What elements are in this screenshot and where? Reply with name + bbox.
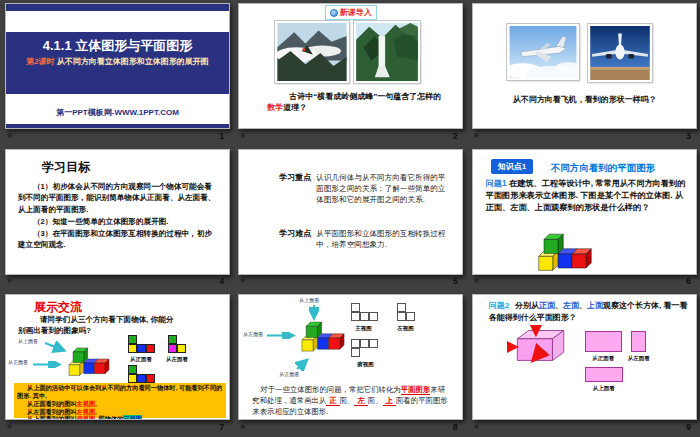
slide-6-thumbnail[interactable]: 知识点1 不同方向看到的平面图形 问题1 在建筑、工程等设计中, 常常用从不同方…: [472, 149, 697, 275]
key-point-label: 学习重点: [279, 172, 311, 206]
top-view-label: 从上面看: [585, 385, 623, 392]
airplane-side-photo: [507, 24, 579, 80]
animation-star-icon[interactable]: ★: [239, 423, 246, 431]
cyan-arrow-left-icon: [266, 332, 298, 339]
problem2-label: 问题2: [489, 301, 509, 310]
left-view-label: 从左面看: [623, 355, 655, 362]
cyan-arrow-top-icon: [309, 304, 319, 322]
problem1-body: 在建筑、工程等设计中, 常常用从不同方向看到的平面图形来表示立体图形. 下图是某…: [486, 179, 686, 213]
slide-4-thumbnail[interactable]: 学习目标 （1）初步体会从不同的方向观察同一个物体可能会看到不同的平面图形，能识…: [5, 149, 230, 275]
airplane-photos: [507, 24, 652, 82]
misty-mountain-photo: [275, 21, 349, 83]
objective-item: （2）知道一些简单的立体图形的展开图.: [18, 216, 219, 228]
cyan-arrow-front-icon: [295, 357, 311, 371]
key-point-row: 学习重点 认识几何体与从不同方向看它所得的平面图形之间的关系；了解一些简单的立体…: [279, 172, 450, 206]
slide-8-thumbnail[interactable]: 从上面看 从左面看 从正面看 主视图 左视图: [238, 294, 463, 420]
summary-line-top: 从上面看到的图叫俯视图. 即物体的三视图.: [17, 415, 223, 420]
front-view-label: 从正面看: [585, 355, 622, 362]
slide-number: 9: [686, 422, 691, 432]
slide-number: 6: [686, 276, 691, 286]
summary-line-left: 从左面看到的图叫左视图,: [17, 408, 223, 416]
slide-3-thumbnail[interactable]: 从不同方向看飞机，看到的形状一样吗？: [472, 3, 697, 129]
summary-highlight-box: 从上面的活动中可以体会到从不同的方向看同一物体时, 可能看到不同的图形. 其中,…: [14, 383, 226, 418]
animation-star-icon[interactable]: ★: [473, 423, 480, 431]
term-front: 正面: [539, 301, 555, 310]
slide-number: 7: [219, 422, 224, 432]
cell-footer: ★ 6: [472, 275, 698, 288]
discussion-heading: 展示交流: [34, 299, 82, 316]
subtitle-course: 第2课时: [26, 57, 54, 66]
objectives-body: （1）初步体会从不同的方向观察同一个物体可能会看到不同的平面图形，能识别简单物体…: [18, 181, 219, 252]
top-view-outline-grid: [351, 339, 378, 357]
slide-5-thumbnail[interactable]: 学习重点 认识几何体与从不同方向看它所得的平面图形之间的关系；了解一些简单的立体…: [238, 149, 463, 275]
caption-highlight: 数学: [267, 103, 283, 112]
cell-footer: ★ 8: [238, 420, 464, 433]
cell-footer: ★ 2: [238, 129, 464, 142]
badge-label: 新课导入: [340, 7, 372, 18]
summary-line-front: 从正面看到的图叫主视图,: [17, 400, 223, 408]
term-top-view: 俯视图: [77, 415, 96, 420]
blank-front: 正: [326, 396, 339, 406]
cube-cluster-figure: [301, 321, 345, 355]
objective-item: （1）初步体会从不同的方向观察同一个物体可能会看到不同的平面图形，能识别简单物体…: [18, 181, 219, 216]
cell-footer: ★ 4: [5, 275, 231, 288]
animation-star-icon[interactable]: ★: [239, 132, 246, 140]
airplane-front-photo: [588, 24, 652, 82]
animation-star-icon[interactable]: ★: [239, 277, 246, 285]
front-view-grid: [128, 335, 155, 353]
caption-part-2: 道理？: [283, 103, 307, 112]
blank-left: 左: [354, 396, 367, 406]
knowledge-point-badge: 知识点1: [491, 159, 533, 174]
slide-cell-5: 学习重点 认识几何体与从不同方向看它所得的平面图形之间的关系；了解一些简单的立体…: [233, 146, 466, 292]
caption-part-1: 古诗中“横看成岭侧成峰”一句蕴含了怎样的: [289, 92, 441, 101]
slide-cell-6: 知识点1 不同方向看到的平面图形 问题1 在建筑、工程等设计中, 常常用从不同方…: [467, 146, 700, 292]
slide-number: 8: [453, 422, 458, 432]
cell-footer: ★ 9: [472, 420, 698, 433]
cell-footer: ★ 3: [472, 129, 698, 142]
view-from-top-arrow-label: 从上面看: [18, 338, 38, 344]
view-from-front-arrow-label: 从正面看: [279, 371, 299, 377]
cyan-arrow-front-icon: [32, 361, 64, 368]
problem1-label: 问题1: [486, 179, 507, 188]
slide-number: 3: [686, 131, 691, 141]
slide-9-thumbnail[interactable]: 问题2分别从正面、左面、上面观察这个长方体, 看一看各能得到什么平面图形？ 从正…: [472, 294, 697, 420]
slide-cell-2: 新课导入: [233, 0, 466, 146]
left-view-label: 从左面看: [166, 356, 188, 363]
animation-star-icon[interactable]: ★: [6, 132, 13, 140]
front-view-rect: [585, 331, 622, 352]
slide-cell-7: 展示交流 请同学们从三个方向看下面物体, 你能分别画出看到的图象吗? 从上面看 …: [0, 291, 233, 437]
difficulty-label: 学习难点: [279, 228, 311, 251]
animation-star-icon[interactable]: ★: [6, 423, 13, 431]
slide-number: 1: [219, 131, 224, 141]
animation-star-icon[interactable]: ★: [6, 277, 13, 285]
slide-2-thumbnail[interactable]: 新课导入: [238, 3, 463, 129]
slide-1-thumbnail[interactable]: 4.1.1 立体图形与平面图形 第2课时 从不同方向看立体图形和立体图形的展开图…: [5, 3, 230, 129]
top-view-label: 俯视图: [357, 361, 374, 368]
view-from-front-arrow-label: 从正面看: [8, 359, 28, 365]
cyan-arrow-top-icon: [44, 341, 68, 353]
animation-star-icon[interactable]: ★: [473, 277, 480, 285]
view-from-left-arrow-label: 从左面看: [243, 331, 263, 337]
difficulty-row: 学习难点 从平面图形和立体图形的互相转换过程中，培养空间想象力.: [279, 228, 450, 251]
slide-cell-8: 从上面看 从左面看 从正面看 主视图 左视图: [233, 291, 466, 437]
left-view-grid: [168, 335, 186, 353]
knowledge-point-title: 不同方向看到的平面图形: [551, 162, 656, 175]
difficulty-text: 从平面图形和立体图形的互相转换过程中，培养空间想象力.: [316, 228, 448, 251]
front-view-label: 从正面看: [130, 356, 152, 363]
waterfall-photo: [354, 21, 420, 83]
slide-7-thumbnail[interactable]: 展示交流 请同学们从三个方向看下面物体, 你能分别画出看到的图象吗? 从上面看 …: [5, 294, 230, 420]
term-front-view: 主视图: [77, 400, 96, 407]
slide-sorter-grid: 4.1.1 立体图形与平面图形 第2课时 从不同方向看立体图形和立体图形的展开图…: [0, 0, 700, 437]
lesson-subtitle: 第2课时 从不同方向看立体图形和立体图形的展开图: [6, 56, 229, 67]
airplane-question: 从不同方向看飞机，看到的形状一样吗？: [489, 94, 682, 105]
pink-cuboid-figure: [507, 325, 571, 367]
objectives-heading: 学习目标: [42, 159, 90, 176]
main-view-label: 主视图: [355, 325, 372, 332]
left-view-outline-grid: [397, 303, 415, 321]
main-view-outline-grid: [351, 303, 378, 321]
slide-number: 4: [219, 276, 224, 286]
animation-star-icon[interactable]: ★: [473, 132, 480, 140]
left-view-rect: [631, 331, 646, 352]
slide-number: 2: [453, 131, 458, 141]
top-view-grid: [128, 365, 155, 383]
